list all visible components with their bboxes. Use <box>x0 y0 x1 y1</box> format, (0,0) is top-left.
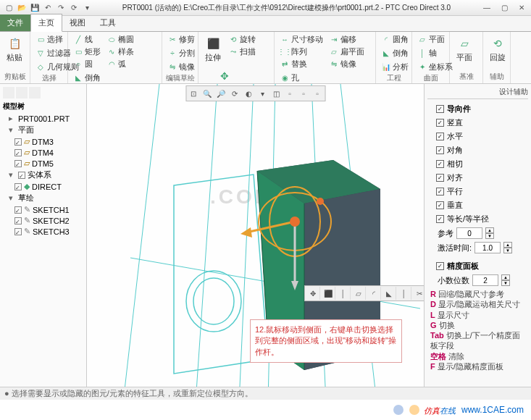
ctx-face-icon[interactable]: ▱ <box>351 287 366 300</box>
perspective-icon[interactable]: ◫ <box>269 87 283 100</box>
flat-button[interactable]: ▱扁平面 <box>327 46 367 58</box>
tree-dtm4[interactable]: ▱DTM4 <box>3 147 83 158</box>
guide-check[interactable]: ✓导向件 <box>427 102 528 116</box>
graphics-area[interactable]: .COM <box>87 84 424 403</box>
refit-icon[interactable]: ⊡ <box>187 87 200 100</box>
tab-tools[interactable]: 工具 <box>93 14 123 31</box>
round-button[interactable]: ◜圆角 <box>379 33 411 46</box>
ctx-cut-icon[interactable]: ✂ <box>412 287 424 300</box>
param-up[interactable]: ▲ <box>485 227 494 233</box>
dimmove-button[interactable]: ↔尺寸移动 <box>277 33 325 46</box>
annot-icon[interactable]: ▫ <box>283 87 296 100</box>
circle-button[interactable]: ○圆 <box>71 58 103 70</box>
open-icon[interactable]: 📂 <box>16 2 28 14</box>
rect-button[interactable]: ▭矩形 <box>71 46 103 58</box>
param-input[interactable] <box>456 227 482 239</box>
angle-check[interactable]: ✓对角 <box>427 143 528 157</box>
dec-up[interactable]: ▲ <box>501 274 510 280</box>
chamfer-button[interactable]: ◣倒角 <box>71 72 103 84</box>
tree-dtm3[interactable]: ▱DTM3 <box>3 136 83 147</box>
hole-button[interactable]: ◉孔 <box>277 72 317 84</box>
regen-icon[interactable]: ⟳ <box>68 2 80 14</box>
plane-button[interactable]: ▱平面 <box>415 33 455 46</box>
tab-file[interactable]: 文件 <box>0 14 30 31</box>
vert-check[interactable]: ✓竖直 <box>427 116 528 130</box>
tree-dtm5[interactable]: ▱DTM5 <box>3 158 83 169</box>
close-icon[interactable]: ✕ <box>515 3 528 13</box>
dec-down[interactable]: ▼ <box>501 280 510 286</box>
datum-icon[interactable]: ▫ <box>297 87 310 100</box>
axis-button[interactable]: │轴 <box>415 47 455 59</box>
ellipse-button[interactable]: ⬭椭圆 <box>104 33 136 46</box>
divide-button[interactable]: ÷分割 <box>165 47 197 59</box>
csys-button[interactable]: ✦坐标系 <box>415 61 455 73</box>
acttime-input[interactable] <box>474 242 501 253</box>
tree-btn3[interactable] <box>29 87 41 98</box>
arc-button[interactable]: ◠弧 <box>104 58 136 70</box>
cham2-button[interactable]: ◣倒角 <box>379 47 411 59</box>
group-clipboard-label: 剪贴板 <box>3 72 27 82</box>
group-datum: ▱平面 基准 <box>450 32 483 83</box>
spline-button[interactable]: ∿样条 <box>104 46 136 58</box>
act-up[interactable]: ▲ <box>503 242 512 248</box>
plane2-button[interactable]: ▱平面 <box>453 33 476 64</box>
shade-icon[interactable]: ◐ <box>242 87 255 100</box>
save-icon[interactable]: 💾 <box>29 2 41 14</box>
ctx-cham-icon[interactable]: ◣ <box>382 287 396 300</box>
offset-button[interactable]: ⇥偏移 <box>327 33 367 46</box>
close-win-icon[interactable]: ▾ <box>81 2 93 14</box>
tree-datum[interactable]: ▾平面 <box>3 124 83 136</box>
tree-sketch[interactable]: ▾草绘 <box>3 192 83 204</box>
window-title: PRT0001 (活动的) E:\Creo工作目录\工作文件\0912\Dire… <box>93 3 480 13</box>
repaint-icon[interactable]: ⟳ <box>228 87 241 100</box>
analyze-button[interactable]: 📊分析 <box>379 61 411 73</box>
perp-check[interactable]: ✓垂直 <box>427 198 528 212</box>
line-button[interactable]: ╱线 <box>71 33 103 46</box>
tree-s2[interactable]: ✎SKETCH2 <box>3 215 83 226</box>
paste-button[interactable]: 📋粘贴 <box>3 33 26 64</box>
tree-btn2[interactable] <box>16 87 28 98</box>
saved-view-icon[interactable]: ▾ <box>256 87 269 100</box>
zoomin-icon[interactable]: 🔍 <box>201 87 214 100</box>
zoomout-icon[interactable]: 🔎 <box>214 87 227 100</box>
eq-check[interactable]: ✓等长/等半径 <box>427 212 528 226</box>
tab-home[interactable]: 主页 <box>30 14 62 32</box>
trim-button[interactable]: ✂修剪 <box>165 33 197 46</box>
minimize-icon[interactable]: — <box>480 3 493 13</box>
redo-icon[interactable]: ↷ <box>55 2 67 14</box>
maximize-icon[interactable]: ▢ <box>498 3 511 13</box>
model-tree: 模型树 ▸PRT0001.PRT ▾平面 ▱DTM3 ▱DTM4 ▱DTM5 ▾… <box>0 84 87 403</box>
precision-check[interactable]: ✓精度面板 <box>427 259 528 273</box>
tree-root[interactable]: ▸PRT0001.PRT <box>3 113 83 124</box>
ctx-move-icon[interactable]: ✥ <box>306 287 320 300</box>
tree-btn1[interactable] <box>3 87 14 98</box>
workspace: 模型树 ▸PRT0001.PRT ▾平面 ▱DTM3 ▱DTM4 ▱DTM5 ▾… <box>0 84 531 403</box>
mirror-button[interactable]: ⇋镜像 <box>165 61 197 73</box>
undo-icon[interactable]: ↶ <box>42 2 54 14</box>
revolve-button[interactable]: ⟲旋转 <box>226 33 258 46</box>
tree-s3[interactable]: ✎SKETCH3 <box>3 226 83 237</box>
axis-disp-icon[interactable]: ▫ <box>311 87 324 100</box>
new-icon[interactable]: ▢ <box>3 2 14 14</box>
param-down[interactable]: ▼ <box>485 233 494 239</box>
ctx-ext-icon[interactable]: ⬛ <box>321 287 335 300</box>
para-check[interactable]: ✓平行 <box>427 185 528 198</box>
mirror2-button[interactable]: ⇋镜像 <box>327 58 367 70</box>
rev2-button[interactable]: ⟲回旋 <box>486 33 509 64</box>
sweep-button[interactable]: ⤳扫描 <box>226 46 258 58</box>
ctx-round-icon[interactable]: ◜ <box>367 287 381 300</box>
tan-check[interactable]: ✓相切 <box>427 157 528 171</box>
tree-direct[interactable]: ◆DIRECT <box>3 181 83 192</box>
cross-check[interactable]: ✓对齐 <box>427 171 528 185</box>
group-eng-label: 工程 <box>379 73 409 83</box>
replace-button[interactable]: ⇄替换 <box>277 58 325 70</box>
horiz-check[interactable]: ✓水平 <box>427 130 528 143</box>
extrude-button[interactable]: ⬛拉伸 <box>201 33 225 64</box>
tree-solid[interactable]: ▾实体系 <box>3 169 83 181</box>
svg-point-8 <box>193 278 234 324</box>
decimal-input[interactable] <box>472 274 498 286</box>
tree-s1[interactable]: ✎SKETCH1 <box>3 204 83 215</box>
pattern-button[interactable]: ⋮⋮阵列 <box>277 46 325 58</box>
act-down[interactable]: ▼ <box>503 248 512 253</box>
tab-view[interactable]: 视图 <box>62 14 93 31</box>
